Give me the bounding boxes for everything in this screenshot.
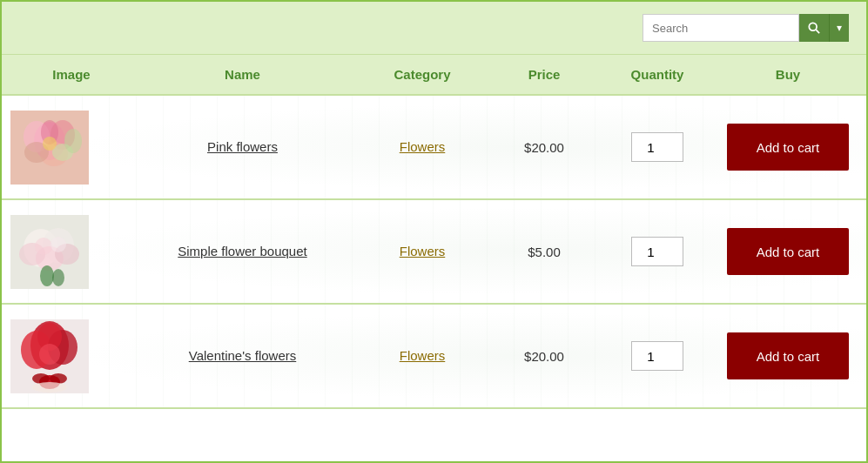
add-to-cart-col-simple-bouquet[interactable]: Add to cart [718,228,858,275]
svg-point-27 [39,344,60,365]
product-thumbnail [10,319,89,393]
col-price-header: Price [492,67,596,82]
product-image-valentine [10,319,132,393]
product-name-link[interactable]: Simple flower bouquet [178,244,306,258]
category-link[interactable]: Flowers [400,139,446,154]
add-to-cart-button[interactable]: Add to cart [727,228,849,275]
product-quantity-simple-bouquet[interactable] [596,237,718,266]
product-thumbnail [10,215,89,289]
col-name-header: Name [132,67,353,82]
svg-point-20 [40,265,54,286]
product-price-simple-bouquet: $5.00 [492,245,596,259]
table-header: Image Name Category Price Quantity Buy [2,55,866,96]
flower-image-svg [10,319,89,393]
svg-point-0 [809,23,817,30]
product-category-pink-flowers[interactable]: Flowers [353,139,492,155]
page-header: ▾ [2,2,866,55]
flower-image-svg [10,215,89,289]
svg-point-21 [52,269,64,286]
search-icon [808,22,820,34]
add-to-cart-button[interactable]: Add to cart [727,124,849,171]
add-to-cart-col-pink-flowers[interactable]: Add to cart [718,124,858,171]
svg-point-11 [43,137,57,151]
svg-point-10 [64,129,82,153]
table-row: Valentine's flowers Flowers $20.00 Add t… [2,305,866,409]
product-image-simple-bouquet [10,215,132,289]
chevron-down-icon: ▾ [837,22,842,34]
col-image-header: Image [10,67,132,82]
svg-point-31 [32,382,67,393]
col-category-header: Category [353,67,492,82]
category-link[interactable]: Flowers [400,244,446,258]
product-name-valentine[interactable]: Valentine's flowers [132,348,353,364]
product-name-pink-flowers[interactable]: Pink flowers [132,139,353,155]
add-to-cart-button[interactable]: Add to cart [727,332,849,379]
product-category-simple-bouquet[interactable]: Flowers [353,244,492,259]
product-price-valentine: $20.00 [492,349,596,364]
col-buy-header: Buy [718,67,858,82]
product-image-pink-flowers [10,111,132,185]
add-to-cart-col-valentine[interactable]: Add to cart [718,332,858,379]
quantity-input[interactable] [631,132,683,162]
table-row: Simple flower bouquet Flowers $5.00 Add … [2,200,866,305]
product-name-link[interactable]: Pink flowers [207,139,278,154]
product-thumbnail [10,111,89,185]
category-link[interactable]: Flowers [400,348,446,363]
product-quantity-pink-flowers[interactable] [596,132,718,162]
quantity-input[interactable] [631,237,683,266]
col-quantity-header: Quantity [596,67,718,82]
svg-line-1 [816,30,819,33]
product-category-valentine[interactable]: Flowers [353,348,492,364]
search-button[interactable] [799,14,829,42]
svg-point-18 [35,238,52,255]
search-dropdown-button[interactable]: ▾ [829,14,849,42]
svg-point-19 [50,237,66,252]
table-row: Pink flowers Flowers $20.00 Add to cart [2,96,866,200]
quantity-input[interactable] [631,341,683,371]
product-quantity-valentine[interactable] [596,341,718,371]
flower-image-svg [10,111,89,185]
search-input[interactable] [643,14,799,42]
product-name-simple-bouquet[interactable]: Simple flower bouquet [132,244,353,259]
product-price-pink-flowers: $20.00 [492,140,596,155]
product-name-link[interactable]: Valentine's flowers [189,348,296,363]
